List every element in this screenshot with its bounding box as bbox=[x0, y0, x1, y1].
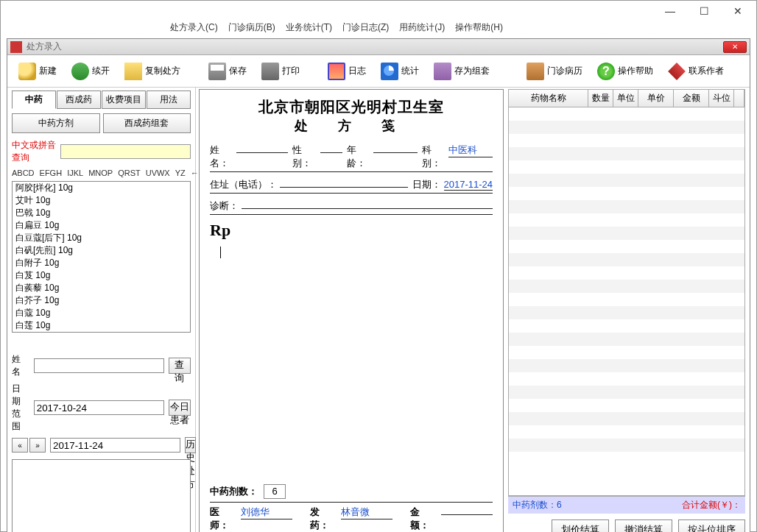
list-item[interactable]: 白扁豆 10g bbox=[13, 219, 190, 232]
new-button[interactable]: 新建 bbox=[13, 60, 62, 82]
open-button[interactable]: 续开 bbox=[66, 60, 115, 82]
today-patients-button[interactable]: 今日患者 bbox=[169, 400, 191, 416]
col-quantity[interactable]: 数量 bbox=[588, 90, 613, 107]
rx-name-value[interactable] bbox=[236, 152, 288, 153]
tab-fee-item[interactable]: 收费项目 bbox=[102, 91, 146, 109]
rx-age-label: 年龄： bbox=[347, 143, 370, 170]
alphabet-filter: ABCD EFGH IJKL MNOP QRST UVWX YZ ← bbox=[12, 169, 191, 177]
list-item[interactable]: 白芥子 10g bbox=[13, 294, 190, 307]
date-prev-button[interactable]: « bbox=[12, 438, 28, 453]
copy-rx-button[interactable]: 复制处方 bbox=[119, 60, 186, 82]
list-item[interactable]: 白蒺藜 10g bbox=[13, 282, 190, 294]
rx-date-value[interactable]: 2017-11-24 bbox=[444, 179, 493, 191]
tab-usage[interactable]: 用法 bbox=[147, 91, 191, 109]
list-item[interactable]: 阿胶[烊化] 10g bbox=[13, 182, 190, 194]
saveset-icon bbox=[434, 63, 451, 80]
list-item[interactable]: 白附子 10g bbox=[13, 257, 190, 269]
maximize-button[interactable]: ☐ bbox=[687, 1, 721, 21]
list-item[interactable]: 白莲 10g bbox=[13, 319, 190, 332]
print-button[interactable]: 打印 bbox=[256, 60, 305, 82]
menu-help[interactable]: 操作帮助(H) bbox=[455, 21, 503, 34]
history-list[interactable] bbox=[12, 459, 191, 532]
col-unit[interactable]: 单位 bbox=[613, 90, 638, 107]
col-end bbox=[734, 90, 744, 107]
alpha-ijkl[interactable]: IJKL bbox=[67, 169, 83, 177]
patient-name-input[interactable] bbox=[34, 358, 164, 373]
rx-doctor-label: 医师： bbox=[210, 506, 238, 532]
outpatient-history-button[interactable]: 门诊病历 bbox=[521, 60, 588, 82]
rx-body-editor[interactable] bbox=[210, 241, 493, 481]
tcm-formula-button[interactable]: 中药方剂 bbox=[12, 113, 100, 133]
title-bar: — ☐ ✕ bbox=[1, 1, 756, 21]
col-drug-name[interactable]: 药物名称 bbox=[509, 90, 588, 107]
rx-amount-value[interactable] bbox=[441, 514, 493, 515]
list-item[interactable]: 艾叶 10g bbox=[13, 194, 190, 207]
rx-addr-value[interactable] bbox=[280, 187, 408, 188]
drug-list[interactable]: 阿胶[烊化] 10g 艾叶 10g 巴戟 10g 白扁豆 10g 白豆蔻[后下]… bbox=[12, 181, 191, 333]
menu-rx-entry[interactable]: 处方录入(C) bbox=[170, 21, 218, 34]
list-item[interactable]: 白豆蔻[后下] 10g bbox=[13, 232, 190, 244]
sub-window-close-button[interactable]: ✕ bbox=[723, 41, 747, 53]
grid-body[interactable] bbox=[508, 107, 745, 496]
menu-outpatient-log[interactable]: 门诊日志(Z) bbox=[342, 21, 389, 34]
alpha-qrst[interactable]: QRST bbox=[118, 169, 141, 177]
patient-name-label: 姓 名 bbox=[12, 353, 29, 378]
help-icon bbox=[597, 63, 615, 80]
rx-dispense-value[interactable]: 林音微 bbox=[341, 506, 392, 519]
rx-sex-value[interactable] bbox=[320, 152, 342, 153]
alpha-efgh[interactable]: EFGH bbox=[40, 169, 63, 177]
clinic-title: 北京市朝阳区光明村卫生室 bbox=[210, 97, 493, 117]
list-item[interactable]: 白茅根 10g bbox=[13, 332, 190, 333]
date-to-input[interactable] bbox=[50, 438, 180, 453]
rx-addr-label: 住址（电话）： bbox=[210, 178, 277, 191]
rx-rp-symbol: Rp bbox=[210, 221, 493, 240]
date-from-input[interactable] bbox=[34, 400, 164, 415]
list-item[interactable]: 白矾[先煎] 10g bbox=[13, 244, 190, 257]
pricing-button[interactable]: 划价结算 bbox=[552, 519, 609, 532]
search-label: 中文或拼音查询 bbox=[12, 139, 60, 164]
rx-dept-label: 科别： bbox=[422, 143, 446, 170]
rx-age-value[interactable] bbox=[373, 152, 418, 153]
tab-tcm[interactable]: 中药 bbox=[12, 91, 56, 109]
rx-doctor-value[interactable]: 刘德华 bbox=[241, 506, 292, 519]
menu-bar: 处方录入(C) 门诊病历(B) 业务统计(T) 门诊日志(Z) 用药统计(J) … bbox=[1, 21, 756, 34]
menu-drug-stats[interactable]: 用药统计(J) bbox=[399, 21, 445, 34]
summary-dose: 中药剂数：6 bbox=[513, 499, 562, 511]
rx-date-label: 日期： bbox=[412, 178, 441, 191]
rx-diag-value[interactable] bbox=[242, 208, 493, 209]
sub-window: 处方录入 ✕ 新建 续开 复制处方 保存 打印 日志 统计 存为组套 门诊病历 … bbox=[7, 38, 750, 532]
print-icon bbox=[261, 63, 279, 80]
alpha-abcd[interactable]: ABCD bbox=[12, 169, 35, 177]
tab-western[interactable]: 西成药 bbox=[57, 91, 101, 109]
save-set-button[interactable]: 存为组套 bbox=[429, 60, 495, 82]
list-item[interactable]: 白蔻 10g bbox=[13, 307, 190, 319]
query-button[interactable]: 查 询 bbox=[169, 358, 191, 374]
contact-author-button[interactable]: 联系作者 bbox=[663, 60, 729, 82]
minimize-button[interactable]: — bbox=[653, 1, 687, 21]
alpha-mnop[interactable]: MNOP bbox=[88, 169, 113, 177]
history-rx-button[interactable]: 历史处方 bbox=[185, 437, 196, 453]
log-icon bbox=[328, 63, 345, 80]
cancel-pricing-button[interactable]: 撤消结算 bbox=[615, 519, 672, 532]
col-unit-price[interactable]: 单价 bbox=[638, 90, 674, 107]
alpha-uvwx[interactable]: UVWX bbox=[146, 169, 170, 177]
western-set-button[interactable]: 西成药组套 bbox=[103, 113, 191, 133]
rx-dept-value[interactable]: 中医科 bbox=[448, 143, 493, 157]
help-button[interactable]: 操作帮助 bbox=[592, 60, 658, 82]
log-button[interactable]: 日志 bbox=[323, 60, 371, 82]
save-button[interactable]: 保存 bbox=[203, 60, 252, 82]
alpha-yz[interactable]: YZ bbox=[175, 169, 186, 177]
list-item[interactable]: 巴戟 10g bbox=[13, 207, 190, 219]
rx-dose-input[interactable]: 6 bbox=[264, 484, 286, 499]
col-position[interactable]: 斗位 bbox=[709, 90, 734, 107]
col-amount[interactable]: 金额 bbox=[674, 90, 709, 107]
close-button[interactable]: ✕ bbox=[721, 1, 755, 21]
search-input[interactable] bbox=[60, 144, 191, 159]
alpha-back[interactable]: ← bbox=[191, 169, 199, 177]
sort-by-position-button[interactable]: 按斗位排序 bbox=[678, 519, 745, 532]
list-item[interactable]: 白芨 10g bbox=[13, 269, 190, 282]
stats-button[interactable]: 统计 bbox=[376, 60, 424, 82]
date-next-button[interactable]: » bbox=[29, 438, 46, 453]
menu-business-stats[interactable]: 业务统计(T) bbox=[286, 21, 332, 34]
menu-outpatient-record[interactable]: 门诊病历(B) bbox=[228, 21, 275, 34]
